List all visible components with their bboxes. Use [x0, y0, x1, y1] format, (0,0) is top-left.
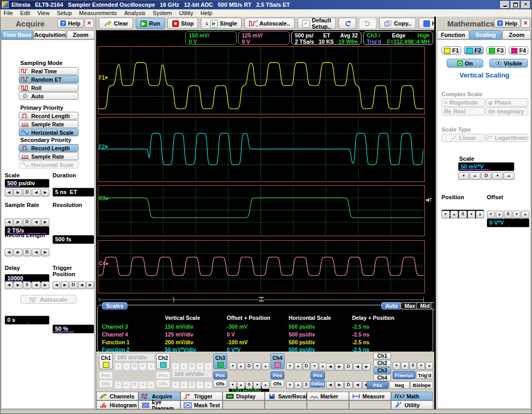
- spinner-arrow-button[interactable]: ▼: [253, 363, 261, 370]
- ch4-ofs-button[interactable]: Ofs: [270, 380, 284, 387]
- trigger-source-ch2[interactable]: Ch2: [373, 360, 391, 367]
- spinner-arrow-button[interactable]: ◀: [53, 281, 60, 289]
- sampling-random-et[interactable]: Random ET: [19, 75, 79, 83]
- spinner-default-button[interactable]: D: [481, 172, 492, 180]
- trigger-level-marker[interactable]: ◀T: [425, 197, 432, 202]
- trigger-source-ch3[interactable]: Ch3: [373, 367, 391, 374]
- menu-file[interactable]: File: [0, 10, 17, 16]
- spinner-arrow-button[interactable]: ▶: [362, 363, 371, 371]
- tab-scaling[interactable]: Scaling: [470, 30, 502, 40]
- trigger-position-field[interactable]: 50 %: [53, 325, 94, 333]
- f3-button[interactable]: F3: [486, 46, 506, 55]
- menu-utility[interactable]: Utility: [176, 10, 197, 16]
- spinner-arrow-button[interactable]: ◀: [5, 249, 13, 256]
- sampling-real-time[interactable]: Real Time: [19, 67, 79, 75]
- trigger-trigd-button[interactable]: Trig'd: [416, 371, 433, 379]
- spinner-arrow-button[interactable]: ▲: [237, 381, 245, 389]
- spinner-default-button[interactable]: D: [303, 363, 310, 370]
- menu-system[interactable]: System: [149, 10, 176, 16]
- spinner-arrow-button[interactable]: ▼: [458, 172, 469, 180]
- time-position-bar[interactable]: ): [98, 296, 425, 303]
- tab-histogram[interactable]: Histogram: [96, 400, 138, 409]
- spinner-arrow-button[interactable]: ▼: [513, 211, 521, 218]
- close-button[interactable]: ×: [521, 1, 530, 9]
- trigger-freerun-button[interactable]: Freerun: [393, 371, 416, 379]
- f1-button[interactable]: F1: [442, 46, 461, 55]
- spinner-arrow-button[interactable]: ◀: [5, 218, 13, 226]
- spinner-arrow-button[interactable]: ▶: [14, 189, 22, 197]
- spinner-arrow-button[interactable]: ▲: [521, 211, 529, 218]
- spinner-arrow-button[interactable]: ▲: [425, 362, 433, 370]
- spinner-arrow-button[interactable]: ▼: [310, 363, 318, 370]
- delay-field[interactable]: 0 s: [5, 316, 49, 325]
- spinner-arrow-button[interactable]: ▲: [401, 362, 409, 370]
- spinner-arrow-button[interactable]: ▼: [393, 362, 400, 370]
- scales-mode-auto[interactable]: Auto: [381, 302, 402, 309]
- spinner-arrow-button[interactable]: ◀: [353, 381, 361, 389]
- spinner-default-button[interactable]: D: [23, 249, 31, 256]
- spinner-arrow-button[interactable]: ▼: [286, 381, 294, 389]
- ch2-button[interactable]: Ch2: [156, 353, 170, 369]
- default-setup-button[interactable]: ✓ Default Setup..: [297, 18, 336, 29]
- tab-acquisition[interactable]: Acquisition: [34, 30, 66, 40]
- tab-zoom[interactable]: Zoom: [67, 30, 95, 40]
- spinner-arrow-button[interactable]: ▼: [492, 172, 503, 180]
- spinner-default-button[interactable]: D: [344, 381, 353, 389]
- scales-button[interactable]: Scales: [102, 302, 127, 309]
- waveform-panel-c3[interactable]: C3▶: [98, 185, 425, 236]
- spinner-arrow-button[interactable]: ▲: [476, 211, 484, 218]
- math-scale-field[interactable]: 50 mV*V: [458, 162, 514, 171]
- tab-channels[interactable]: Channels: [96, 392, 138, 400]
- menu-help[interactable]: Help: [197, 10, 216, 16]
- spinner-arrow-button[interactable]: ◀: [32, 281, 40, 289]
- spinner-arrow-button[interactable]: ▲: [470, 172, 481, 180]
- spinner-arrow-button[interactable]: ▶: [14, 249, 22, 256]
- f2-button[interactable]: F2: [464, 46, 484, 55]
- stop-button[interactable]: ■ Stop: [167, 18, 198, 29]
- trigger-source-ch4[interactable]: Ch4: [373, 374, 391, 381]
- spinner-default-button[interactable]: 0: [504, 211, 512, 218]
- spinner-arrow-button[interactable]: ▲: [496, 211, 504, 218]
- visible-button[interactable]: Visible: [489, 59, 528, 68]
- autoscale-button[interactable]: Autoscale..: [244, 18, 295, 29]
- spinner-arrow-button[interactable]: ▶: [335, 381, 343, 389]
- scale-field[interactable]: 500 ps/div: [5, 179, 49, 188]
- spinner-arrow-button[interactable]: ▲: [294, 381, 302, 389]
- menu-measurements[interactable]: Measurements: [75, 10, 121, 16]
- ch3-ofs-button[interactable]: Ofs: [213, 380, 227, 387]
- menu-setup[interactable]: Setup: [53, 10, 75, 16]
- tab-display[interactable]: Display: [223, 392, 265, 400]
- math-help-button[interactable]: ? Help: [494, 19, 521, 28]
- tab-math[interactable]: f(x) Math: [391, 392, 433, 400]
- menu-edit[interactable]: Edit: [17, 10, 34, 16]
- minimize-button[interactable]: [500, 1, 510, 9]
- spinner-arrow-button[interactable]: ◀: [32, 249, 40, 256]
- ch3-button[interactable]: Ch3: [213, 353, 227, 369]
- spinner-arrow-button[interactable]: ▼: [253, 381, 261, 389]
- acquire-help-button[interactable]: ? Help: [57, 19, 84, 28]
- spinner-arrow-button[interactable]: ▼: [468, 211, 476, 218]
- tab-eye-diagram[interactable]: Eye Diagram: [138, 400, 180, 409]
- spinner-arrow-button[interactable]: ▶: [335, 363, 343, 371]
- sampling-roll[interactable]: Roll: [19, 84, 79, 92]
- single-button[interactable]: 1 ▶ Single: [201, 18, 241, 29]
- tab-function[interactable]: Function: [437, 30, 469, 40]
- tab-utility[interactable]: Utility: [391, 400, 433, 409]
- menu-analysis[interactable]: Analysis: [121, 10, 149, 16]
- tab-mask-test[interactable]: Mask Test: [180, 400, 223, 409]
- tab-time-base[interactable]: Time Base: [1, 30, 33, 40]
- trigger-time-marker[interactable]: [259, 297, 264, 302]
- trigger-source-ch1[interactable]: Ch1: [373, 353, 391, 359]
- spinner-arrow-button[interactable]: ▲: [262, 381, 269, 389]
- horizontal-pos-button[interactable]: Pos: [310, 371, 325, 379]
- spinner-arrow-button[interactable]: ◀: [326, 363, 334, 371]
- spinner-default-button[interactable]: 0: [245, 381, 253, 389]
- sampling-auto[interactable]: Auto: [19, 92, 79, 100]
- tab-marker[interactable]: Marker: [307, 392, 349, 400]
- spinner-arrow-button[interactable]: ▲: [503, 172, 514, 180]
- spinner-arrow-button[interactable]: ▲: [450, 211, 459, 218]
- spinner-arrow-button[interactable]: ◀: [326, 381, 334, 389]
- trigger-slope-pos[interactable]: Pos: [367, 381, 388, 389]
- spinner-arrow-button[interactable]: ▶: [41, 249, 49, 256]
- primary-horizontal-scale[interactable]: Horizontal Scale: [19, 128, 79, 136]
